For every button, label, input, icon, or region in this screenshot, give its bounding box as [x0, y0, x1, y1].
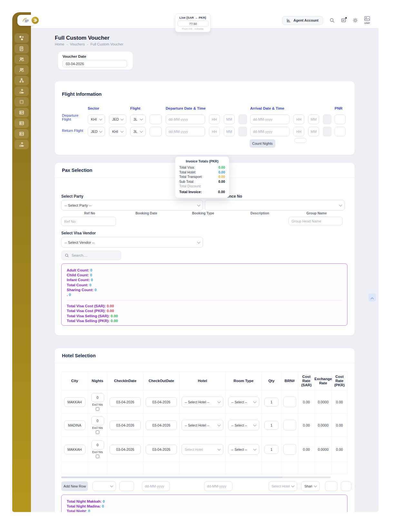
breadcrumb-home[interactable]: Home — [55, 42, 64, 46]
arrival-minute-input[interactable] — [308, 114, 319, 124]
horizontal-scrollbar[interactable] — [61, 477, 331, 478]
departure-minute-input[interactable] — [224, 114, 235, 124]
excl-nights-checkbox[interactable] — [96, 430, 99, 434]
group-head-name-input[interactable] — [289, 217, 343, 225]
qty-input[interactable] — [264, 398, 279, 407]
addrow-nights-input[interactable] — [119, 481, 134, 491]
addrow-brn-input[interactable] — [341, 481, 351, 491]
add-new-row-button[interactable]: Add New Row — [61, 481, 88, 491]
sidebar-item-dashboard[interactable] — [15, 33, 29, 43]
arrival-date-input[interactable] — [250, 114, 289, 124]
departure-sector-from-select[interactable]: KHI — [88, 114, 105, 124]
departure-airline-select[interactable]: 3L — [130, 114, 146, 124]
user-avatar[interactable]: user — [364, 16, 370, 25]
arrival-hour-input[interactable] — [293, 114, 304, 124]
sidebar-collapse-button[interactable] — [31, 16, 39, 25]
nights-input[interactable] — [91, 393, 104, 402]
return-arrival-date-input[interactable] — [250, 127, 289, 136]
sidebar-item-id-cards-3[interactable] — [15, 129, 29, 139]
checkin-date-input[interactable] — [110, 420, 141, 430]
table-row-cell — [281, 414, 298, 437]
checkout-date-input[interactable] — [146, 445, 177, 454]
room-type-select[interactable]: -- Select -- — [228, 397, 259, 407]
city-input[interactable] — [64, 420, 85, 430]
departure-hour-input[interactable] — [209, 114, 220, 124]
excl-nights-checkbox[interactable] — [96, 455, 99, 458]
table-row-cell: 0.00 — [332, 414, 347, 437]
return-arrival-minute-input[interactable] — [308, 127, 319, 136]
city-input[interactable] — [64, 397, 85, 407]
breadcrumb: Home - Vouchers - Full Custom Voucher — [55, 42, 123, 46]
checkout-date-input[interactable] — [146, 397, 177, 407]
hotel-select[interactable]: Select Hotel — [181, 444, 223, 455]
addrow-room-select[interactable]: Shari — [301, 481, 320, 491]
sidebar-item-lists[interactable] — [15, 97, 29, 107]
return-time-picker-box[interactable] — [239, 127, 247, 136]
sidebar-item-handling[interactable] — [15, 140, 29, 149]
checkin-date-input[interactable] — [110, 445, 141, 454]
brn-input[interactable] — [283, 397, 296, 407]
qty-input[interactable] — [264, 421, 279, 430]
select-visa-vendor-dropdown[interactable]: -- Select Vendor -- — [61, 237, 203, 248]
departure-flight-number-input[interactable] — [150, 114, 162, 124]
pax-search-input[interactable] — [72, 253, 118, 257]
scrollbar-thumb[interactable] — [61, 477, 282, 478]
sidebar-item-customers[interactable] — [15, 54, 29, 64]
room-type-select[interactable]: -- Select -- — [228, 444, 259, 455]
return-airline-select[interactable]: 3L — [130, 127, 146, 136]
return-flight-number-input[interactable] — [150, 127, 162, 136]
addrow-city-select[interactable] — [93, 481, 116, 491]
brn-input[interactable] — [283, 444, 296, 455]
return-sector-to-select[interactable]: KHI — [109, 127, 126, 136]
departure-date-input[interactable] — [166, 114, 205, 124]
return-arrival-time-picker-box[interactable] — [323, 127, 331, 136]
qty-input[interactable] — [264, 445, 279, 454]
breadcrumb-vouchers[interactable]: Vouchers — [70, 42, 85, 46]
city-input[interactable] — [64, 445, 85, 454]
room-type-select[interactable]: -- Select -- — [228, 420, 259, 430]
return-from-value: JED — [91, 130, 98, 133]
ref-no-input[interactable] — [61, 217, 116, 226]
hotel-select[interactable]: -- Select Hotel -- — [181, 397, 223, 407]
sidebar-item-services[interactable] — [15, 86, 29, 96]
search-icon — [329, 18, 335, 23]
search-button[interactable] — [329, 18, 335, 23]
scroll-to-top-button[interactable] — [368, 293, 376, 301]
total-transport-value: 0.00 — [219, 174, 225, 179]
messages-button[interactable] — [341, 18, 346, 23]
return-pnr-input[interactable] — [335, 127, 346, 136]
checkin-date-input[interactable] — [110, 397, 141, 407]
excl-nights-checkbox[interactable] — [96, 407, 99, 411]
checkout-date-input[interactable] — [146, 420, 177, 430]
addrow-hotel-select[interactable]: Select Hotel — [269, 481, 298, 491]
nights-input[interactable] — [91, 416, 104, 425]
return-date-input[interactable] — [166, 127, 205, 136]
addrow-checkout-input[interactable] — [204, 481, 232, 491]
sidebar-item-agents[interactable] — [15, 65, 29, 75]
return-minute-input[interactable] — [224, 127, 235, 136]
departure-time-picker-box[interactable] — [239, 114, 247, 124]
return-hour-input[interactable] — [209, 127, 220, 136]
hotel-select[interactable]: -- Select Hotel -- — [181, 420, 223, 430]
return-sector-from-select[interactable]: JED — [88, 127, 105, 136]
brn-input[interactable] — [283, 420, 296, 430]
select-party-dropdown[interactable]: -- Select Party -- — [61, 200, 203, 211]
sidebar-item-id-cards-1[interactable] — [15, 108, 29, 117]
chevron-down-icon — [110, 484, 113, 488]
agent-account-button[interactable]: Agent Account — [282, 16, 323, 25]
live-rate-input[interactable] — [178, 21, 209, 26]
arrival-time-picker-box[interactable] — [323, 114, 331, 124]
addrow-qty-input[interactable] — [325, 481, 338, 491]
departure-sector-to-select[interactable]: JED — [109, 114, 126, 124]
select-reference-dropdown[interactable] — [205, 200, 345, 211]
sidebar-item-network[interactable] — [15, 76, 29, 85]
count-nights-button[interactable]: Count Nights — [250, 139, 275, 148]
sidebar-item-id-cards-2[interactable] — [15, 118, 29, 128]
departure-pnr-input[interactable] — [335, 114, 346, 124]
return-arrival-hour-input[interactable] — [293, 127, 304, 136]
voucher-date-input[interactable] — [63, 60, 127, 67]
theme-toggle-button[interactable] — [353, 18, 358, 23]
addrow-checkin-input[interactable] — [142, 481, 170, 491]
nights-input[interactable] — [91, 440, 104, 449]
sidebar-item-invoices[interactable] — [15, 44, 29, 54]
